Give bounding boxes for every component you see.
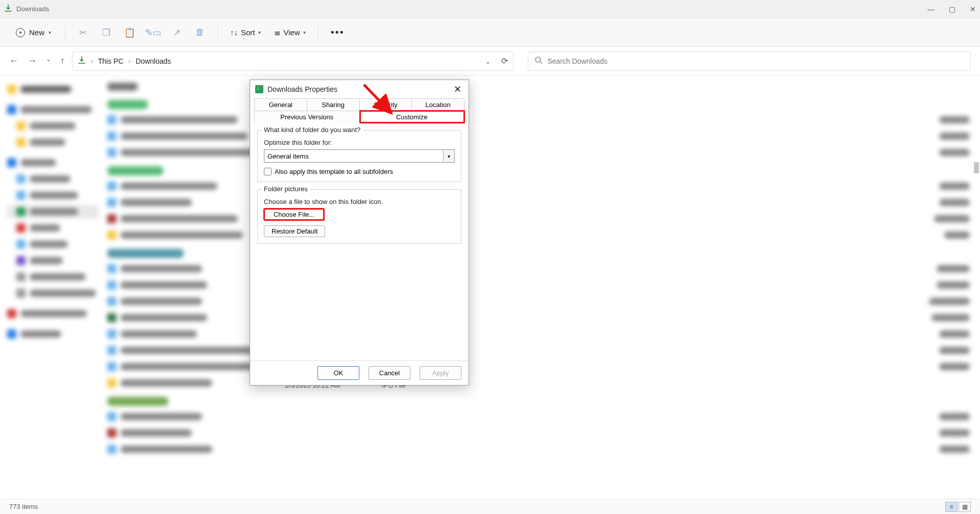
dialog-title: Downloads Properties (267, 85, 448, 93)
item-count: 773 items (9, 503, 38, 510)
sort-button[interactable]: ↑↓ Sort ▾ (225, 25, 266, 40)
chevron-right-icon: › (91, 58, 93, 65)
new-button[interactable]: + New ▾ (9, 24, 58, 41)
nav-back-button[interactable]: ← (9, 56, 18, 66)
folder-type-group: What kind of folder do you want? Optimiz… (257, 130, 461, 182)
apply-subfolders-checkbox[interactable] (264, 168, 272, 175)
new-button-label: New (29, 28, 44, 37)
separator (318, 25, 318, 40)
address-row: ← → ⌄ ↑ › This PC › Downloads ⌄ ⟳ (0, 47, 980, 75)
dialog-footer: OK Cancel Apply (250, 361, 469, 385)
address-bar[interactable]: › This PC › Downloads ⌄ ⟳ (72, 52, 513, 71)
separator (65, 25, 65, 40)
restore-default-button[interactable]: Restore Default (264, 225, 325, 237)
nav-history-button[interactable]: ⌄ (46, 56, 51, 66)
nav-up-button[interactable]: ↑ (60, 56, 65, 66)
properties-dialog: Downloads Properties ✕ General Sharing S… (250, 80, 469, 386)
tab-security[interactable]: Security (360, 98, 412, 111)
search-box[interactable] (528, 52, 971, 71)
apply-button[interactable]: Apply (420, 366, 461, 380)
status-bar: 773 items ≡ ▦ (0, 499, 980, 514)
svg-point-0 (535, 57, 541, 62)
breadcrumb-downloads[interactable]: Downloads (136, 57, 171, 65)
folder-type-legend: What kind of folder do you want? (262, 126, 362, 134)
sort-icon: ↑↓ (230, 28, 238, 37)
tab-previous-versions[interactable]: Previous Versions (254, 111, 360, 123)
optimize-folder-value: General items (267, 152, 309, 160)
cut-icon[interactable]: ✂ (72, 22, 93, 43)
view-button[interactable]: ≣ View ▾ (269, 25, 311, 40)
paste-icon[interactable]: 📋 (119, 22, 140, 43)
share-icon[interactable]: ↗ (166, 22, 187, 43)
view-icon: ≣ (274, 28, 281, 37)
dialog-tabs: General Sharing Security Location Previo… (250, 98, 469, 123)
view-label: View (284, 28, 300, 37)
tab-customize[interactable]: Customize (360, 111, 465, 123)
download-arrow-icon (4, 4, 12, 14)
folder-pictures-group: Folder pictures Choose a file to show on… (257, 189, 461, 244)
thumbnails-view-toggle[interactable]: ▦ (959, 502, 971, 512)
details-view-toggle[interactable]: ≡ (945, 502, 958, 512)
download-arrow-icon (78, 56, 86, 66)
window-close-button[interactable]: ✕ (970, 5, 976, 13)
plus-circle-icon: + (16, 28, 25, 37)
breadcrumb-this-pc[interactable]: This PC (98, 57, 124, 65)
optimize-folder-select[interactable]: General items ▾ (264, 149, 455, 163)
command-toolbar: + New ▾ ✂ ❐ 📋 ✎▭ ↗ 🗑 ↑↓ Sort ▾ ≣ View ▾ … (0, 18, 980, 47)
chevron-down-icon: ▾ (443, 150, 454, 162)
choose-file-button[interactable]: Choose File... (264, 209, 324, 220)
sort-label: Sort (241, 28, 255, 37)
file-list-area (0, 75, 980, 499)
scrollbar-thumb[interactable] (974, 162, 979, 173)
tab-customize-panel: What kind of folder do you want? Optimiz… (250, 123, 469, 361)
apply-subfolders-checkbox-row[interactable]: Also apply this template to all subfolde… (264, 168, 455, 175)
window-minimize-button[interactable]: — (927, 5, 935, 13)
search-input[interactable] (548, 57, 965, 65)
folder-pictures-desc: Choose a file to show on this folder ico… (264, 198, 455, 205)
window-title: Downloads (16, 5, 927, 13)
optimize-label: Optimize this folder for: (264, 139, 455, 146)
apply-subfolders-label: Also apply this template to all subfolde… (275, 168, 393, 175)
copy-icon[interactable]: ❐ (96, 22, 116, 43)
tab-general[interactable]: General (254, 98, 307, 111)
more-options-button[interactable]: ••• (326, 27, 350, 38)
separator (217, 25, 218, 40)
dialog-titlebar: Downloads Properties ✕ (250, 80, 469, 98)
chevron-down-icon: ▾ (258, 30, 261, 35)
refresh-button[interactable]: ⟳ (501, 56, 508, 66)
tab-location[interactable]: Location (412, 98, 464, 111)
folder-pictures-legend: Folder pictures (262, 185, 310, 193)
window-titlebar: Downloads — ▢ ✕ (0, 0, 980, 18)
window-maximize-button[interactable]: ▢ (949, 5, 955, 13)
cancel-button[interactable]: Cancel (369, 366, 410, 380)
search-icon (534, 56, 543, 66)
address-dropdown-button[interactable]: ⌄ (485, 57, 491, 65)
rename-icon[interactable]: ✎▭ (143, 22, 163, 43)
dialog-close-button[interactable]: ✕ (452, 84, 463, 95)
ok-button[interactable]: OK (317, 366, 359, 380)
delete-icon[interactable]: 🗑 (190, 22, 210, 43)
nav-forward-button[interactable]: → (28, 56, 37, 66)
chevron-down-icon: ▾ (48, 30, 51, 35)
chevron-down-icon: ▾ (303, 30, 306, 35)
tab-sharing[interactable]: Sharing (307, 98, 360, 111)
chevron-right-icon: › (129, 58, 131, 65)
downloads-folder-icon (255, 85, 263, 93)
